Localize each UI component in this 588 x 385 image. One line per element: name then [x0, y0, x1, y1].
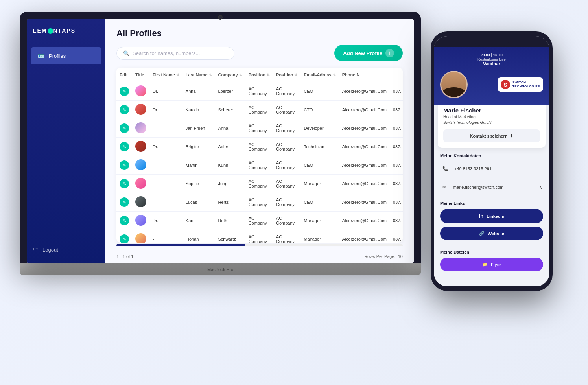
position1-cell: AC Company — [273, 212, 300, 230]
firstname-cell: Florian — [182, 230, 215, 243]
position2-cell: Manager — [300, 175, 339, 193]
avatar-cell — [132, 212, 149, 230]
table-row: ✎ - Florian Schwartz AC Company AC Compa… — [116, 230, 403, 243]
edit-cell[interactable]: ✎ — [116, 212, 132, 230]
search-icon: 🔍 — [123, 50, 129, 56]
app-sidebar: LEMNTAPS 🪪 Profiles ⬚ Logout — [27, 19, 105, 263]
rows-per-page: Rows Per Page: 10 — [364, 254, 403, 259]
page-title: All Profiles — [116, 28, 403, 39]
linkedin-icon: in — [479, 213, 484, 219]
company-cell: AC Company — [245, 119, 273, 138]
website-button[interactable]: 🔗 Website — [440, 227, 543, 240]
company-cell: AC Company — [245, 82, 273, 101]
contact-section: Meine Kontaktdaten 📞 +49 8153 9215 291 ✉… — [434, 148, 549, 198]
avatar-cell — [132, 175, 149, 193]
table-row: ✎ Dr. Anna Loerzer AC Company AC Company… — [116, 82, 403, 101]
linkedin-label: LinkedIn — [487, 214, 504, 219]
switch-logo-icon: S — [501, 80, 510, 89]
email-cell: Aloerzero@Gmail.Com — [339, 101, 390, 119]
email-row[interactable]: ✉ marie.fischer@switch.com ∨ — [440, 180, 543, 195]
edit-cell[interactable]: ✎ — [116, 193, 132, 212]
firstname-cell: Jan Frueh — [182, 119, 215, 138]
avatar — [135, 159, 146, 170]
lastname-cell: Loerzer — [215, 82, 245, 101]
lastname-cell: Kuhn — [215, 156, 245, 175]
position2-cell: CTO — [300, 101, 339, 119]
phone-number-row[interactable]: 📞 +49 8153 9215 291 — [440, 161, 543, 176]
edit-button[interactable]: ✎ — [120, 234, 129, 243]
col-edit: Edit — [116, 68, 132, 82]
sidebar-nav: 🪪 Profiles — [27, 42, 105, 240]
edit-cell[interactable]: ✎ — [116, 119, 132, 138]
edit-button[interactable]: ✎ — [120, 105, 129, 114]
email-cell: Aloerzero@Gmail.Com — [339, 156, 390, 175]
title-cell: - — [149, 175, 182, 193]
toolbar: 🔍 Search for names, numbers... Add New P… — [116, 45, 403, 61]
lastname-cell: Jung — [215, 175, 245, 193]
contact-section-title: Meine Kontaktdaten — [440, 153, 543, 158]
edit-button[interactable]: ✎ — [120, 197, 129, 207]
title-cell: - — [149, 193, 182, 212]
profile-avatar — [440, 71, 468, 98]
position2-cell: Developer — [300, 119, 339, 138]
save-contact-button[interactable]: Kontakt speichern ⬇ — [443, 129, 540, 142]
phone-screen: 28.03 | 16:00 Kostenloses Live Webinar S… — [434, 36, 549, 286]
edit-cell[interactable]: ✎ — [116, 82, 132, 101]
title-cell: Dr. — [149, 101, 182, 119]
website-label: Website — [488, 231, 504, 236]
laptop-screen: LEMNTAPS 🪪 Profiles ⬚ Logout All Profile… — [27, 19, 414, 263]
lastname-cell: Adler — [215, 138, 245, 156]
edit-cell[interactable]: ✎ — [116, 138, 132, 156]
position1-cell: AC Company — [273, 101, 300, 119]
avatar — [135, 141, 146, 152]
position1-cell: AC Company — [273, 175, 300, 193]
search-box[interactable]: 🔍 Search for names, numbers... — [116, 47, 234, 60]
position1-cell: AC Company — [273, 82, 300, 101]
links-section-title: Meine Links — [440, 201, 543, 206]
email-cell: Aloerzero@Gmail.Com — [339, 193, 390, 212]
edit-button[interactable]: ✎ — [120, 87, 129, 96]
company-cell: AC Company — [245, 101, 273, 119]
person-role: Head of Marketing — [443, 115, 476, 119]
table-scrollbar[interactable] — [116, 244, 403, 246]
firstname-cell: Martin — [182, 156, 215, 175]
table-row: ✎ - Sophie Jung AC Company AC Company Ma… — [116, 175, 403, 193]
webinar-label: Kostenloses Live — [440, 57, 543, 61]
company-logo-area: S SWITCH Technologies — [498, 77, 543, 92]
add-new-profile-button[interactable]: Add New Profile + — [334, 45, 403, 61]
avatar — [135, 85, 146, 96]
title-cell: Dr. — [149, 138, 182, 156]
title-cell: - — [149, 230, 182, 243]
profiles-icon: 🪪 — [37, 52, 45, 60]
edit-cell[interactable]: ✎ — [116, 230, 132, 243]
profile-card: Marie Fischer Head of Marketing Switch T… — [438, 101, 546, 148]
phone-notch — [474, 38, 509, 46]
scrollbar-thumb — [116, 244, 245, 246]
edit-button[interactable]: ✎ — [120, 123, 129, 133]
edit-button[interactable]: ✎ — [120, 216, 129, 225]
edit-cell[interactable]: ✎ — [116, 175, 132, 193]
phone-cell: 037... — [390, 119, 403, 138]
avatar — [135, 196, 146, 207]
position2-cell: Manager — [300, 230, 339, 243]
webinar-datetime: 28.03 | 16:00 — [440, 53, 543, 57]
rows-per-page-value: 10 — [398, 254, 403, 259]
sidebar-item-profiles[interactable]: 🪪 Profiles — [31, 47, 101, 64]
edit-cell[interactable]: ✎ — [116, 101, 132, 119]
firstname-cell: Brigitte — [182, 138, 215, 156]
firstname-cell: Sophie — [182, 175, 215, 193]
title-cell: Dr. — [149, 82, 182, 101]
linkedin-button[interactable]: in LinkedIn — [440, 209, 543, 223]
logout-button[interactable]: ⬚ Logout — [27, 240, 105, 260]
edit-button[interactable]: ✎ — [120, 179, 129, 188]
edit-button[interactable]: ✎ — [120, 160, 129, 170]
logo-o-icon — [48, 28, 53, 34]
phone-cell: 037... — [390, 82, 403, 101]
table-row: ✎ - Martin Kuhn AC Company AC Company CE… — [116, 156, 403, 175]
edit-button[interactable]: ✎ — [120, 142, 129, 151]
contact-divider — [440, 178, 543, 178]
avatar-face — [441, 72, 466, 97]
edit-cell[interactable]: ✎ — [116, 156, 132, 175]
flyer-button[interactable]: 📁 Flyer — [440, 258, 543, 271]
col-title: Title — [132, 68, 149, 82]
